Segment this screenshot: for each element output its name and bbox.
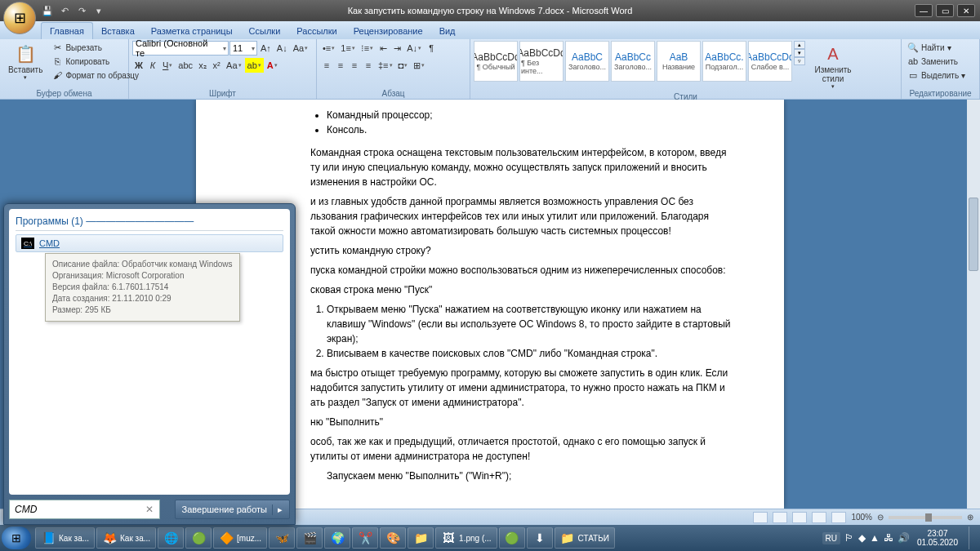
show-marks-button[interactable]: ¶ (425, 41, 438, 56)
tray-flag-icon[interactable]: 🏳 (844, 532, 854, 544)
multilevel-button[interactable]: ⁝≡ (359, 41, 376, 56)
justify-button[interactable]: ≡ (362, 58, 375, 73)
clear-format-button[interactable]: Aa (291, 41, 310, 56)
tray-volume-icon[interactable]: 🔊 (898, 532, 910, 544)
taskbar-item[interactable]: 🟢 (185, 527, 212, 549)
taskbar-item[interactable]: 🟢 (499, 527, 525, 549)
change-case-button[interactable]: Aa (224, 58, 243, 73)
cut-button[interactable]: ✂Вырезать (49, 41, 141, 54)
taskbar-item[interactable]: 🖼1.png (... (435, 527, 497, 549)
style-item[interactable]: AaBbCcDdСлабое в... (748, 41, 792, 82)
taskbar-item[interactable]: 🎬 (296, 527, 323, 549)
zoom-out-button[interactable]: ⊖ (877, 513, 884, 522)
vertical-scrollbar[interactable] (967, 100, 980, 509)
font-color-button[interactable]: A (265, 58, 280, 73)
taskbar-item[interactable]: ⬇ (527, 527, 553, 549)
highlight-button[interactable]: ab (245, 58, 264, 73)
taskbar-item[interactable]: 📁СТАТЬИ (555, 527, 615, 549)
view-draft-button[interactable] (831, 512, 846, 523)
view-web-button[interactable] (792, 512, 807, 523)
zoom-slider[interactable] (889, 516, 962, 519)
tab-mailings[interactable]: Рассылки (288, 23, 345, 39)
taskbar-item[interactable]: ✂️ (352, 527, 378, 549)
style-item[interactable]: AaBbCc.Подзагол... (702, 41, 746, 82)
superscript-button[interactable]: x² (210, 58, 223, 73)
shutdown-button[interactable]: Завершение работы▸ (175, 500, 290, 519)
start-search-input[interactable] (9, 500, 160, 519)
strike-button[interactable]: abc (176, 58, 195, 73)
style-item[interactable]: AaBbCcDd¶ Обычный (474, 41, 518, 82)
qat-undo-icon[interactable]: ↶ (56, 3, 73, 18)
change-styles-button[interactable]: AИзменить стили▾ (807, 41, 859, 91)
taskbar-item[interactable]: 📁 (408, 527, 434, 549)
grow-font-button[interactable]: A↑ (258, 41, 274, 56)
underline-button[interactable]: Ч (160, 58, 175, 73)
tab-insert[interactable]: Вставка (93, 23, 143, 39)
tab-layout[interactable]: Разметка страницы (143, 23, 241, 39)
taskbar-item[interactable]: 🦋 (269, 527, 295, 549)
style-item[interactable]: AaBНазвание (657, 41, 701, 82)
tab-home[interactable]: Главная (41, 22, 93, 39)
replace-button[interactable]: abЗаменить (905, 55, 968, 68)
maximize-button[interactable]: ▭ (936, 4, 954, 17)
zoom-in-button[interactable]: ⊕ (967, 513, 973, 522)
taskbar-item[interactable]: 🎨 (380, 527, 406, 549)
font-name-combo[interactable]: Calibri (Основной те (132, 41, 229, 56)
find-button[interactable]: 🔍Найти ▾ (905, 41, 968, 54)
borders-button[interactable]: ⊞ (411, 58, 427, 73)
style-item[interactable]: AaBbCcDd¶ Без инте... (519, 41, 564, 82)
shading-button[interactable]: ◘ (396, 58, 411, 73)
numbering-button[interactable]: 1≡ (338, 41, 358, 56)
shutdown-arrow-icon[interactable]: ▸ (272, 504, 283, 515)
style-item[interactable]: AaBbCЗаголово... (565, 41, 609, 82)
bold-button[interactable]: Ж (132, 58, 145, 73)
taskbar-item[interactable]: 🔶[muz... (213, 527, 267, 549)
close-button[interactable]: ✕ (957, 4, 975, 17)
style-item[interactable]: AaBbCcЗаголово... (611, 41, 655, 82)
view-read-button[interactable] (773, 512, 787, 523)
qat-redo-icon[interactable]: ↷ (74, 3, 90, 18)
align-right-button[interactable]: ≡ (348, 58, 361, 73)
office-button[interactable]: ⊞ (3, 2, 36, 34)
tray-network-icon[interactable]: 🖧 (884, 532, 893, 544)
gallery-more-icon[interactable]: ▿ (794, 57, 805, 65)
tab-view[interactable]: Вид (431, 23, 464, 39)
zoom-level[interactable]: 100% (851, 513, 872, 522)
format-painter-button[interactable]: 🖌Формат по образцу (49, 69, 141, 82)
taskbar-item[interactable]: 🌍 (324, 527, 350, 549)
indent-dec-button[interactable]: ⇤ (376, 41, 390, 56)
italic-button[interactable]: К (146, 58, 159, 73)
subscript-button[interactable]: x₂ (196, 58, 209, 73)
indent-inc-button[interactable]: ⇥ (390, 41, 403, 56)
start-result-cmd[interactable]: C:\ CMD (16, 234, 283, 252)
scroll-thumb[interactable] (969, 198, 978, 271)
taskbar-item[interactable]: 🌐 (158, 527, 184, 549)
clock[interactable]: 23:07 01.05.2020 (914, 529, 961, 547)
align-center-button[interactable]: ≡ (334, 58, 347, 73)
sort-button[interactable]: A↓ (404, 41, 424, 56)
tab-review[interactable]: Рецензирование (345, 23, 431, 39)
clear-search-icon[interactable]: ✕ (145, 504, 154, 515)
qat-more-icon[interactable]: ▾ (91, 3, 107, 18)
shrink-font-button[interactable]: A↓ (274, 41, 290, 56)
tab-references[interactable]: Ссылки (241, 23, 289, 39)
taskbar-item[interactable]: 📘Как за... (35, 527, 95, 549)
gallery-up-icon[interactable]: ▴ (794, 41, 805, 49)
align-left-button[interactable]: ≡ (320, 58, 333, 73)
minimize-button[interactable]: — (915, 4, 933, 17)
view-outline-button[interactable] (812, 512, 826, 523)
styles-gallery[interactable]: AaBbCcDd¶ ОбычныйAaBbCcDd¶ Без инте...Aa… (474, 41, 792, 82)
view-print-button[interactable] (753, 512, 768, 523)
bullets-button[interactable]: •≡ (320, 41, 337, 56)
line-spacing-button[interactable]: ‡≡ (376, 58, 395, 73)
select-button[interactable]: ▭Выделить ▾ (905, 69, 968, 82)
font-size-combo[interactable]: 11 (229, 41, 257, 56)
paste-button[interactable]: 📋Вставить▾ (3, 41, 47, 82)
tray-icon[interactable]: ◆ (858, 532, 866, 544)
tray-icon[interactable]: ▲ (870, 532, 880, 544)
taskbar-item[interactable]: 🦊Как за... (96, 527, 156, 549)
start-button[interactable]: ⊞ (2, 527, 31, 549)
qat-save-icon[interactable]: 💾 (39, 3, 56, 18)
gallery-down-icon[interactable]: ▾ (794, 49, 805, 57)
show-desktop-button[interactable] (969, 527, 977, 549)
